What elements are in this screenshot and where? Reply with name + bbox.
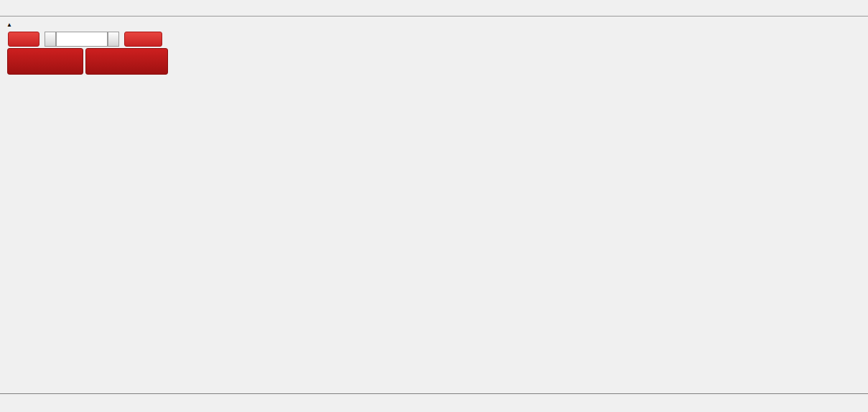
collapse-triangle-icon[interactable]: ▲ — [6, 22, 12, 28]
trading-platform-window: ▲ — [0, 0, 868, 412]
timeframe-toolbar — [0, 0, 868, 17]
volume-input[interactable] — [56, 32, 108, 47]
volume-decrease-button[interactable] — [45, 32, 56, 47]
buy-price-tile[interactable] — [85, 48, 168, 75]
sell-price-tile[interactable] — [7, 48, 83, 75]
one-click-trade-panel — [7, 32, 168, 76]
sell-button[interactable] — [8, 32, 39, 47]
chart-tab-bar — [0, 393, 868, 412]
volume-increase-button[interactable] — [108, 32, 119, 47]
buy-button[interactable] — [124, 32, 162, 47]
chart-title: ▲ — [6, 20, 16, 29]
